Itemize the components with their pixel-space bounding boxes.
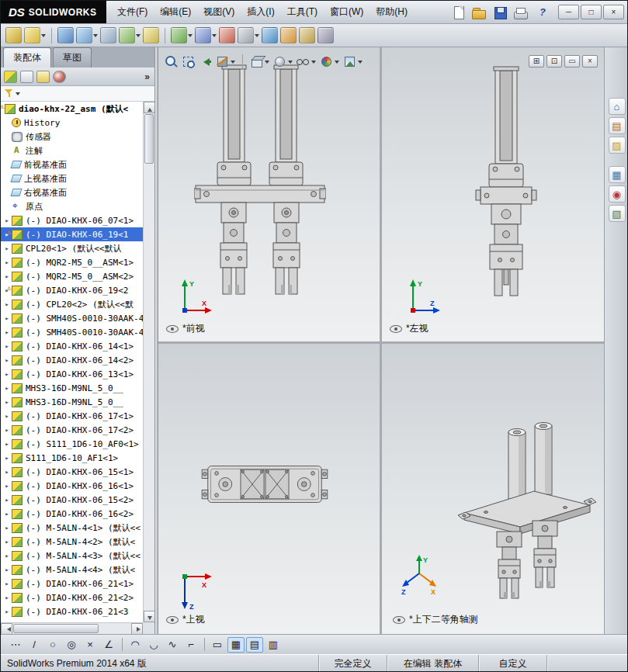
expand-arrow-icon[interactable] bbox=[2, 454, 12, 462]
expand-arrow-icon[interactable] bbox=[2, 426, 12, 434]
expand-arrow-icon[interactable] bbox=[2, 496, 12, 504]
sketch-spline-icon[interactable]: ∿ bbox=[164, 637, 181, 653]
expand-arrow-icon[interactable] bbox=[2, 384, 12, 392]
sketch-tangent-arc-icon[interactable]: ◡ bbox=[145, 637, 162, 653]
filter-dropdown-arrow-icon[interactable] bbox=[16, 92, 20, 98]
expand-arrow-icon[interactable] bbox=[2, 412, 12, 420]
tree-item[interactable]: (-) DIAO-KHX-06_19<2 bbox=[1, 283, 143, 297]
tree-item[interactable]: MHS3-16D-M9NL_5_0__ bbox=[1, 381, 143, 395]
tree-item[interactable]: (-) DIAO-KHX-06_21<2> bbox=[1, 591, 143, 604]
expand-arrow-icon[interactable] bbox=[2, 468, 12, 476]
propertymanager-icon[interactable] bbox=[20, 71, 33, 83]
mate-icon[interactable] bbox=[57, 27, 74, 43]
custom-status[interactable]: 自定义 bbox=[478, 655, 546, 672]
exploded-view-icon[interactable] bbox=[262, 27, 278, 43]
expand-arrow-icon[interactable] bbox=[2, 258, 12, 266]
expand-arrow-icon[interactable] bbox=[2, 524, 12, 532]
view-palette-icon[interactable]: ▦ bbox=[609, 166, 626, 183]
menu-item[interactable]: 插入(I) bbox=[241, 2, 280, 22]
new-document-icon[interactable] bbox=[449, 5, 468, 20]
tab-assembly[interactable]: 装配体 bbox=[3, 47, 51, 68]
tree-item[interactable]: (-) M-5ALN-4<4> (默认< bbox=[1, 563, 143, 577]
bill-of-materials-icon[interactable] bbox=[238, 27, 259, 43]
tree-vertical-scrollbar[interactable] bbox=[143, 102, 154, 622]
sketchbar-separator[interactable] bbox=[201, 637, 207, 653]
tab-sketch[interactable]: 草图 bbox=[53, 47, 92, 68]
tree-item[interactable]: 上视基准面 bbox=[1, 171, 143, 185]
viewport-splitter-horizontal[interactable] bbox=[158, 341, 604, 344]
scroll-left-icon[interactable] bbox=[1, 623, 12, 635]
tree-item[interactable]: (-) DIAO-KHX-06_14<1> bbox=[1, 339, 143, 353]
assembly-features-icon[interactable] bbox=[171, 27, 193, 43]
tree-item[interactable]: MHS3-16D-M9NL_5_0__ bbox=[1, 395, 143, 409]
horizontal-scroll-thumb[interactable] bbox=[13, 624, 99, 633]
grid-snap-icon[interactable]: ▦ bbox=[227, 637, 245, 653]
tree-item[interactable]: 前视基准面 bbox=[1, 158, 143, 171]
reference-geometry-icon[interactable] bbox=[195, 27, 217, 43]
overflow-chevron[interactable]: » bbox=[144, 71, 151, 82]
expand-arrow-icon[interactable] bbox=[2, 216, 12, 224]
expand-arrow-icon[interactable] bbox=[2, 342, 12, 350]
appearances-scenes-icon[interactable]: ◉ bbox=[609, 185, 626, 203]
expand-arrow-icon[interactable] bbox=[2, 370, 12, 378]
expand-arrow-icon[interactable] bbox=[2, 244, 12, 252]
configurationmanager-icon[interactable] bbox=[36, 71, 50, 83]
move-component-icon[interactable] bbox=[119, 27, 141, 43]
sketch-line-icon[interactable]: / bbox=[26, 637, 43, 653]
tree-item[interactable]: (-) DIAO-KHX-06_16<1> bbox=[1, 479, 143, 493]
sketch-fillet-icon[interactable]: ⌐ bbox=[182, 637, 200, 653]
viewport-splitter-vertical[interactable] bbox=[380, 47, 382, 634]
tree-item[interactable]: 右视基准面 bbox=[1, 185, 143, 199]
custom-properties-icon[interactable]: ▧ bbox=[609, 205, 626, 222]
sketch-rectangle-icon[interactable]: ▭ bbox=[209, 637, 226, 653]
expand-arrow-icon[interactable] bbox=[2, 538, 12, 546]
previous-view-icon[interactable] bbox=[199, 55, 212, 68]
expand-arrow-icon[interactable] bbox=[2, 608, 12, 615]
toolbar-separator[interactable] bbox=[48, 28, 55, 43]
expand-arrow-icon[interactable] bbox=[2, 328, 12, 336]
viewport-top[interactable]: X Z *上视 bbox=[158, 344, 380, 634]
menu-item[interactable]: 编辑(E) bbox=[154, 2, 197, 22]
tree-item[interactable]: CPL20<1> (默认<<默认 bbox=[1, 241, 143, 255]
zoom-to-area-icon[interactable] bbox=[182, 55, 195, 68]
tree-item[interactable]: (-) DIAO-KHX-06_13<1> bbox=[1, 367, 143, 381]
tree-item[interactable]: (-) S111_1D6-10_AF0<1> bbox=[1, 437, 143, 451]
expand-arrow-icon[interactable] bbox=[2, 580, 12, 587]
viewport-front[interactable]: Y X *前视 bbox=[158, 47, 380, 341]
tree-horizontal-scrollbar[interactable] bbox=[1, 622, 143, 634]
apply-scene-icon[interactable] bbox=[343, 55, 363, 68]
scroll-down-icon[interactable] bbox=[144, 611, 155, 622]
expand-arrow-icon[interactable] bbox=[2, 510, 12, 518]
save-icon[interactable] bbox=[491, 5, 510, 20]
expand-arrow-icon[interactable] bbox=[2, 272, 12, 280]
tree-item[interactable]: (-) DIAO-KHX-06_15<2> bbox=[1, 493, 143, 507]
view-orientation-icon[interactable] bbox=[250, 55, 269, 68]
design-library-icon[interactable]: ▤ bbox=[609, 117, 626, 134]
expand-arrow-icon[interactable] bbox=[2, 440, 12, 448]
tree-item[interactable]: (-) DIAO-KHX-06_21<3 bbox=[1, 604, 143, 618]
viewport-dimetric[interactable]: Y X Z *上下二等角轴测 bbox=[382, 344, 604, 634]
tree-item[interactable]: (-) SMH40S-0010-30AAK-4 bbox=[1, 325, 143, 339]
displaymanager-icon[interactable] bbox=[53, 71, 66, 83]
tree-item[interactable]: diao-khx-22_asm (默认< bbox=[1, 102, 143, 116]
expand-arrow-icon[interactable] bbox=[2, 356, 12, 364]
hud-separator[interactable] bbox=[239, 54, 246, 68]
sketch-cross-icon[interactable]: × bbox=[82, 637, 99, 653]
sketch-points-icon[interactable]: ⋯ bbox=[7, 637, 24, 653]
tree-item[interactable]: (-) CPL20<2> (默认<<默 bbox=[1, 297, 143, 311]
measure-icon[interactable] bbox=[299, 27, 315, 43]
tree-item[interactable]: 原点 bbox=[1, 199, 143, 213]
vertical-scroll-thumb[interactable] bbox=[144, 114, 154, 164]
menu-item[interactable]: 文件(F) bbox=[111, 2, 154, 22]
menu-item[interactable]: 工具(T) bbox=[281, 2, 324, 22]
filter-icon[interactable] bbox=[5, 89, 13, 98]
expand-arrow-icon[interactable] bbox=[2, 552, 12, 559]
scroll-up-icon[interactable] bbox=[144, 102, 155, 113]
section-properties-icon[interactable] bbox=[317, 27, 334, 43]
expand-arrow-icon[interactable] bbox=[2, 594, 12, 601]
evaluate-table-icon[interactable]: ▥ bbox=[265, 637, 282, 653]
expand-arrow-icon[interactable] bbox=[2, 300, 12, 308]
tree-item[interactable]: (-) SMH40S-0010-30AAK-4 bbox=[1, 311, 143, 325]
sketch-angle-icon[interactable]: ∠ bbox=[100, 637, 117, 653]
maximize-button[interactable]: □ bbox=[581, 5, 602, 19]
